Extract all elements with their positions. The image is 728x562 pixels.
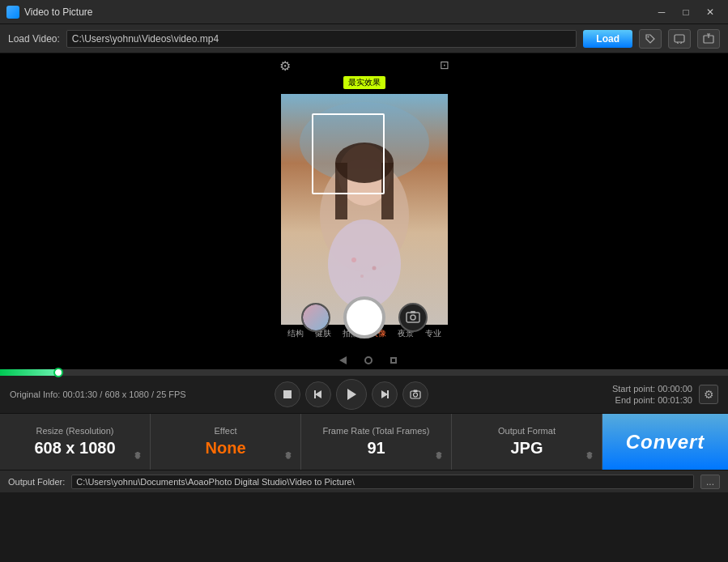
video-preview [281, 94, 448, 325]
nav-back-button[interactable] [332, 356, 347, 364]
thumbnail-image [303, 304, 329, 330]
svg-point-0 [648, 36, 649, 37]
camera-controls [301, 296, 428, 338]
chat-icon-button[interactable] [668, 29, 691, 49]
close-button[interactable]: ✕ [699, 4, 722, 20]
svg-point-13 [360, 275, 364, 278]
file-path: C:\Users\yohnu\Videos\video.mp4 [66, 30, 577, 48]
play-button[interactable] [336, 379, 367, 410]
next-button[interactable] [372, 381, 398, 407]
svg-rect-14 [407, 313, 419, 322]
svg-point-10 [328, 219, 401, 309]
framerate-title: Frame Rate (Total Frames) [322, 426, 429, 436]
resize-panel[interactable]: Resize (Resolution) 608 x 1080 [0, 414, 151, 470]
prev-button[interactable] [305, 381, 331, 407]
settings-row: Resize (Resolution) 608 x 1080 Effect No… [0, 413, 728, 470]
svg-rect-19 [314, 390, 316, 398]
app-icon [6, 6, 19, 19]
tag-icon-button[interactable] [639, 29, 662, 49]
minimize-button[interactable]: ─ [650, 4, 673, 20]
nav-home-button[interactable] [364, 356, 373, 364]
playback-controls [237, 379, 465, 410]
output-bar: Output Folder: C:\Users\yohnu\Documents\… [0, 470, 728, 492]
title-bar: Video to Picture ─ □ ✕ [0, 0, 728, 24]
effect-gear-icon[interactable] [283, 451, 294, 465]
end-point: End point: 00:01:30 [615, 395, 692, 405]
mode-tab-5[interactable]: 专业 [425, 328, 441, 339]
playback-bar: Original Info: 00:01:30 / 608 x 1080 / 2… [0, 376, 728, 413]
time-range: Start point: 00:00:00 End point: 00:01:3… [465, 384, 692, 405]
svg-rect-22 [387, 390, 389, 398]
resize-gear-icon[interactable] [132, 451, 143, 465]
playback-info: Original Info: 00:01:30 / 608 x 1080 / 2… [10, 390, 237, 399]
outputformat-panel[interactable]: Output Format JPG [452, 414, 602, 470]
load-label: Load Video: [8, 33, 60, 45]
svg-rect-23 [411, 391, 420, 398]
svg-point-12 [372, 266, 376, 270]
thumbnail-button[interactable] [301, 303, 330, 332]
progress-bar[interactable] [0, 369, 728, 376]
nav-recent-button[interactable] [390, 357, 397, 364]
video-area: ⚙ ⊡ 最实效果 [0, 53, 728, 369]
svg-rect-1 [675, 35, 684, 42]
convert-button[interactable]: Convert [602, 414, 728, 470]
maximize-button[interactable]: □ [675, 4, 697, 20]
framerate-gear-icon[interactable] [433, 451, 445, 465]
effect-title: Effect [215, 426, 237, 436]
face-detection-box [312, 113, 385, 194]
svg-point-24 [413, 393, 417, 397]
outputformat-value: JPG [510, 439, 543, 458]
screenshot-button[interactable] [398, 303, 428, 332]
resize-value: 608 x 1080 [34, 439, 115, 458]
output-more-button[interactable]: ... [700, 475, 720, 489]
svg-rect-17 [283, 390, 292, 398]
overlay-label: 最实效果 [343, 76, 385, 89]
start-point: Start point: 00:00:00 [612, 384, 692, 394]
svg-marker-18 [315, 390, 321, 398]
output-label: Output Folder: [8, 477, 65, 487]
svg-marker-20 [347, 389, 356, 400]
output-path: C:\Users\yohnu\Documents\AoaoPhoto Digit… [71, 475, 694, 489]
framerate-value: 91 [367, 439, 385, 458]
svg-rect-25 [413, 390, 417, 393]
framerate-panel[interactable]: Frame Rate (Total Frames) 91 [301, 414, 452, 470]
settings-icon[interactable]: ⚙ [279, 58, 291, 74]
load-button[interactable]: Load [583, 30, 632, 48]
load-bar: Load Video: C:\Users\yohnu\Videos\video.… [0, 24, 728, 53]
progress-fill [0, 369, 58, 376]
range-settings-button[interactable]: ⚙ [699, 385, 718, 404]
capture-button[interactable] [343, 296, 385, 338]
stop-button[interactable] [275, 381, 300, 407]
android-nav [332, 356, 397, 364]
svg-marker-21 [381, 390, 388, 398]
effect-value: None [206, 439, 246, 458]
export-icon-button[interactable] [697, 29, 720, 49]
svg-point-11 [351, 258, 356, 262]
resize-title: Resize (Resolution) [36, 426, 114, 436]
svg-point-15 [411, 315, 415, 320]
video-top-icons: ⚙ ⊡ [279, 58, 449, 74]
photo-content [281, 94, 448, 325]
app-title: Video to Picture [24, 6, 650, 18]
expand-icon[interactable]: ⊡ [440, 58, 449, 74]
outputformat-gear-icon[interactable] [584, 451, 595, 465]
window-controls: ─ □ ✕ [650, 4, 722, 20]
effect-panel[interactable]: Effect None [151, 414, 301, 470]
camera-capture-button[interactable] [402, 381, 428, 407]
svg-rect-16 [411, 311, 415, 313]
outputformat-title: Output Format [498, 426, 556, 436]
progress-handle[interactable] [53, 368, 63, 377]
